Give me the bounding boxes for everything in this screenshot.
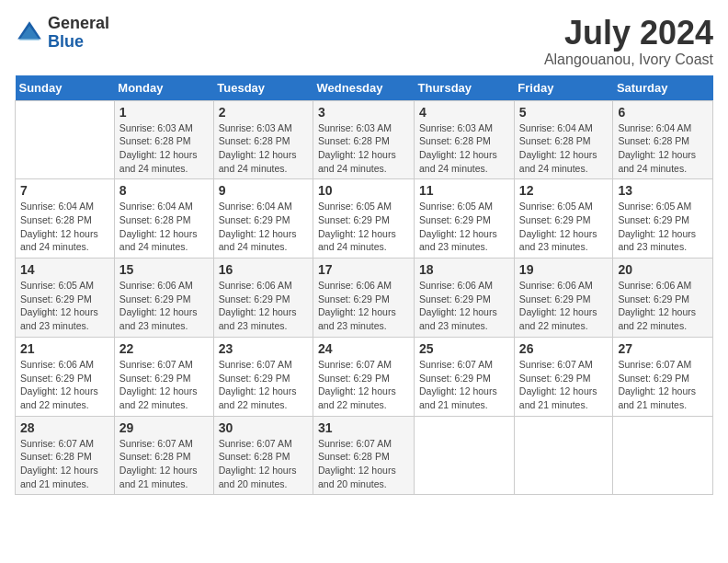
- day-info: Sunrise: 6:07 AMSunset: 6:29 PMDaylight:…: [618, 358, 708, 412]
- day-number: 9: [219, 183, 308, 198]
- day-number: 29: [119, 420, 209, 435]
- day-number: 14: [20, 262, 109, 277]
- calendar-cell: 2Sunrise: 6:03 AMSunset: 6:28 PMDaylight…: [213, 100, 313, 179]
- day-number: 10: [318, 183, 409, 198]
- day-info: Sunrise: 6:07 AMSunset: 6:29 PMDaylight:…: [318, 358, 409, 412]
- calendar-cell: 1Sunrise: 6:03 AMSunset: 6:28 PMDaylight…: [114, 100, 213, 179]
- calendar-cell: 28Sunrise: 6:07 AMSunset: 6:28 PMDayligh…: [16, 416, 115, 495]
- day-info: Sunrise: 6:05 AMSunset: 6:29 PMDaylight:…: [419, 200, 509, 254]
- day-info: Sunrise: 6:05 AMSunset: 6:29 PMDaylight:…: [618, 200, 708, 254]
- day-number: 2: [219, 105, 308, 120]
- day-number: 19: [519, 262, 609, 277]
- calendar-cell: 30Sunrise: 6:07 AMSunset: 6:28 PMDayligh…: [213, 416, 313, 495]
- day-number: 5: [519, 105, 609, 120]
- day-number: 6: [618, 105, 708, 120]
- calendar-cell: 3Sunrise: 6:03 AMSunset: 6:28 PMDaylight…: [313, 100, 415, 179]
- calendar-cell: 5Sunrise: 6:04 AMSunset: 6:28 PMDaylight…: [514, 100, 613, 179]
- day-info: Sunrise: 6:07 AMSunset: 6:28 PMDaylight:…: [119, 437, 209, 491]
- calendar-cell: 6Sunrise: 6:04 AMSunset: 6:28 PMDaylight…: [613, 100, 713, 179]
- weekday-header: Sunday: [16, 75, 115, 101]
- day-number: 18: [419, 262, 509, 277]
- day-number: 27: [618, 341, 708, 356]
- day-info: Sunrise: 6:04 AMSunset: 6:28 PMDaylight:…: [20, 200, 109, 254]
- day-number: 16: [219, 262, 308, 277]
- calendar-table: SundayMondayTuesdayWednesdayThursdayFrid…: [15, 75, 713, 496]
- day-number: 4: [419, 105, 509, 120]
- logo-text: General Blue: [48, 15, 109, 52]
- weekday-header-row: SundayMondayTuesdayWednesdayThursdayFrid…: [16, 75, 713, 101]
- day-number: 11: [419, 183, 509, 198]
- weekday-header: Tuesday: [213, 75, 313, 101]
- calendar-cell: 27Sunrise: 6:07 AMSunset: 6:29 PMDayligh…: [613, 337, 713, 416]
- calendar-cell: 18Sunrise: 6:06 AMSunset: 6:29 PMDayligh…: [415, 259, 515, 338]
- weekday-header: Thursday: [415, 75, 515, 101]
- calendar-cell: [16, 100, 115, 179]
- day-info: Sunrise: 6:06 AMSunset: 6:29 PMDaylight:…: [219, 279, 308, 333]
- calendar-week-row: 21Sunrise: 6:06 AMSunset: 6:29 PMDayligh…: [16, 337, 713, 416]
- day-info: Sunrise: 6:04 AMSunset: 6:28 PMDaylight:…: [618, 121, 708, 176]
- day-number: 13: [618, 183, 708, 198]
- calendar-cell: 26Sunrise: 6:07 AMSunset: 6:29 PMDayligh…: [514, 337, 613, 416]
- calendar-cell: 14Sunrise: 6:05 AMSunset: 6:29 PMDayligh…: [16, 259, 115, 338]
- day-number: 17: [318, 262, 409, 277]
- calendar-cell: 8Sunrise: 6:04 AMSunset: 6:28 PMDaylight…: [114, 179, 213, 259]
- day-number: 12: [519, 183, 609, 198]
- calendar-week-row: 14Sunrise: 6:05 AMSunset: 6:29 PMDayligh…: [16, 259, 713, 338]
- location-subtitle: Alangouanou, Ivory Coast: [544, 52, 713, 68]
- day-info: Sunrise: 6:06 AMSunset: 6:29 PMDaylight:…: [618, 279, 708, 333]
- logo-blue: Blue: [48, 33, 109, 52]
- day-number: 22: [119, 341, 209, 356]
- day-info: Sunrise: 6:06 AMSunset: 6:29 PMDaylight:…: [119, 279, 209, 333]
- day-info: Sunrise: 6:04 AMSunset: 6:28 PMDaylight:…: [119, 200, 209, 254]
- calendar-week-row: 1Sunrise: 6:03 AMSunset: 6:28 PMDaylight…: [16, 100, 713, 179]
- day-number: 30: [219, 420, 308, 435]
- day-info: Sunrise: 6:07 AMSunset: 6:29 PMDaylight:…: [219, 358, 308, 412]
- logo-general: General: [48, 15, 109, 33]
- day-number: 26: [519, 341, 609, 356]
- title-area: July 2024 Alangouanou, Ivory Coast: [544, 15, 713, 68]
- day-info: Sunrise: 6:03 AMSunset: 6:28 PMDaylight:…: [419, 121, 509, 176]
- calendar-cell: 20Sunrise: 6:06 AMSunset: 6:29 PMDayligh…: [613, 259, 713, 338]
- weekday-header: Saturday: [613, 75, 713, 101]
- calendar-week-row: 28Sunrise: 6:07 AMSunset: 6:28 PMDayligh…: [16, 416, 713, 495]
- calendar-cell: 19Sunrise: 6:06 AMSunset: 6:29 PMDayligh…: [514, 259, 613, 338]
- calendar-cell: [415, 416, 515, 495]
- calendar-cell: 31Sunrise: 6:07 AMSunset: 6:28 PMDayligh…: [313, 416, 415, 495]
- day-info: Sunrise: 6:07 AMSunset: 6:29 PMDaylight:…: [419, 358, 509, 412]
- day-info: Sunrise: 6:06 AMSunset: 6:29 PMDaylight:…: [419, 279, 509, 333]
- day-info: Sunrise: 6:06 AMSunset: 6:29 PMDaylight:…: [519, 279, 609, 333]
- weekday-header: Wednesday: [313, 75, 415, 101]
- calendar-cell: 10Sunrise: 6:05 AMSunset: 6:29 PMDayligh…: [313, 179, 415, 259]
- day-info: Sunrise: 6:07 AMSunset: 6:29 PMDaylight:…: [519, 358, 609, 412]
- day-info: Sunrise: 6:05 AMSunset: 6:29 PMDaylight:…: [20, 279, 109, 333]
- day-info: Sunrise: 6:05 AMSunset: 6:29 PMDaylight:…: [318, 200, 409, 254]
- calendar-cell: 22Sunrise: 6:07 AMSunset: 6:29 PMDayligh…: [114, 337, 213, 416]
- day-number: 25: [419, 341, 509, 356]
- day-info: Sunrise: 6:05 AMSunset: 6:29 PMDaylight:…: [519, 200, 609, 254]
- calendar-cell: 7Sunrise: 6:04 AMSunset: 6:28 PMDaylight…: [16, 179, 115, 259]
- calendar-cell: [613, 416, 713, 495]
- month-year-title: July 2024: [544, 15, 713, 52]
- day-number: 3: [318, 105, 409, 120]
- calendar-cell: 12Sunrise: 6:05 AMSunset: 6:29 PMDayligh…: [514, 179, 613, 259]
- day-number: 20: [618, 262, 708, 277]
- calendar-cell: 13Sunrise: 6:05 AMSunset: 6:29 PMDayligh…: [613, 179, 713, 259]
- calendar-cell: 11Sunrise: 6:05 AMSunset: 6:29 PMDayligh…: [415, 179, 515, 259]
- calendar-cell: 9Sunrise: 6:04 AMSunset: 6:29 PMDaylight…: [213, 179, 313, 259]
- day-number: 23: [219, 341, 308, 356]
- day-info: Sunrise: 6:07 AMSunset: 6:28 PMDaylight:…: [219, 437, 308, 491]
- day-info: Sunrise: 6:06 AMSunset: 6:29 PMDaylight:…: [318, 279, 409, 333]
- day-number: 31: [318, 420, 409, 435]
- day-number: 1: [119, 105, 209, 120]
- calendar-cell: [514, 416, 613, 495]
- calendar-cell: 25Sunrise: 6:07 AMSunset: 6:29 PMDayligh…: [415, 337, 515, 416]
- calendar-cell: 4Sunrise: 6:03 AMSunset: 6:28 PMDaylight…: [415, 100, 515, 179]
- weekday-header: Monday: [114, 75, 213, 101]
- calendar-cell: 21Sunrise: 6:06 AMSunset: 6:29 PMDayligh…: [16, 337, 115, 416]
- day-number: 8: [119, 183, 209, 198]
- calendar-week-row: 7Sunrise: 6:04 AMSunset: 6:28 PMDaylight…: [16, 179, 713, 259]
- logo: General Blue: [15, 15, 109, 52]
- logo-icon: [15, 18, 44, 48]
- day-number: 28: [20, 420, 109, 435]
- day-info: Sunrise: 6:03 AMSunset: 6:28 PMDaylight:…: [119, 121, 209, 176]
